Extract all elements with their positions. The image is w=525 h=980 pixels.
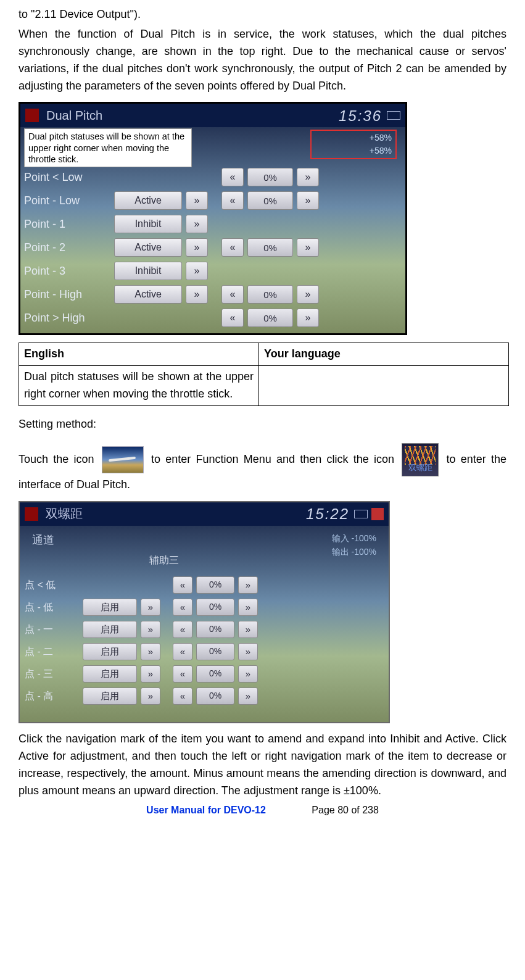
decrease-button[interactable]: « xyxy=(173,643,192,660)
page-footer: User Manual for DEVO-12 Page 80 of 238 xyxy=(19,803,506,818)
th-your-language: Your language xyxy=(259,343,509,366)
dual-pitch-icon-label: 双螺距 xyxy=(402,462,438,474)
expand-button[interactable]: » xyxy=(141,599,160,616)
increase-button[interactable]: » xyxy=(238,599,258,616)
function-menu-icon[interactable] xyxy=(102,446,144,473)
increase-button[interactable]: » xyxy=(297,309,319,327)
expand-button[interactable]: » xyxy=(141,687,160,705)
row-label: Point - High xyxy=(24,286,110,304)
increase-button[interactable]: » xyxy=(297,238,319,257)
row-4: Point - 3 Inhibit » xyxy=(24,259,399,283)
decrease-button[interactable]: « xyxy=(173,621,192,638)
expand-button[interactable]: » xyxy=(141,643,160,660)
row-label: 点 < 低 xyxy=(25,578,79,593)
decrease-button[interactable]: « xyxy=(173,576,192,594)
expand-button[interactable]: » xyxy=(186,262,208,280)
status-line-2: +58% xyxy=(370,144,392,158)
td-your-language-text xyxy=(259,366,509,406)
row-3: Point - 2 Active » « 0% » xyxy=(24,236,399,259)
expand-button[interactable]: » xyxy=(186,285,208,304)
setting-method-heading: Setting method: xyxy=(19,416,506,433)
expand-button[interactable]: » xyxy=(141,665,160,683)
sub-value: 辅助三 xyxy=(149,553,179,568)
th-english: English xyxy=(19,343,259,366)
battery-icon xyxy=(387,111,400,120)
touch-text-1: Touch the icon xyxy=(19,453,94,465)
row-1: 点 - 低 启用 » « 0% » xyxy=(25,596,382,618)
footer-manual-name: User Manual for DEVO-12 xyxy=(146,805,266,815)
callout-text: Dual pitch statuses will be shown at the… xyxy=(24,128,192,167)
expand-button[interactable]: » xyxy=(186,215,208,233)
state-button[interactable]: 启用 xyxy=(83,687,137,705)
increase-button[interactable]: » xyxy=(297,285,319,304)
intro-paragraph: When the function of Dual Pitch is in se… xyxy=(19,26,506,95)
status-line-2: 输出 -100% xyxy=(332,546,376,559)
state-button[interactable]: 启用 xyxy=(83,599,137,616)
decrease-button[interactable]: « xyxy=(221,168,244,186)
increase-button[interactable]: » xyxy=(238,687,258,705)
increase-button[interactable]: » xyxy=(297,191,319,210)
translation-table: English Your language Dual pitch statuse… xyxy=(19,343,509,406)
exit-icon[interactable] xyxy=(371,508,384,520)
expand-button[interactable]: » xyxy=(186,238,208,257)
value: 0% xyxy=(196,643,234,660)
expand-button[interactable]: » xyxy=(141,621,160,638)
state-button[interactable]: 启用 xyxy=(83,643,137,660)
row-2: 点 - 一 启用 » « 0% » xyxy=(25,618,382,641)
decrease-button[interactable]: « xyxy=(221,309,244,327)
screen-title: Dual Pitch xyxy=(46,106,102,125)
titlebar: 双螺距 15:22 xyxy=(20,502,389,526)
row-label: Point - 2 xyxy=(24,239,110,257)
row-0: Point < Low « 0% » xyxy=(24,165,399,189)
row-label: Point < Low xyxy=(24,169,110,186)
touch-text-2: to enter Function Menu and then click th… xyxy=(151,453,394,465)
decrease-button[interactable]: « xyxy=(173,599,192,616)
back-icon[interactable] xyxy=(25,507,38,521)
value: 0% xyxy=(247,191,293,210)
row-2: Point - 1 Inhibit » xyxy=(24,212,399,236)
decrease-button[interactable]: « xyxy=(221,285,244,304)
clock: 15:22 xyxy=(306,502,349,525)
row-5: 点 - 高 启用 » « 0% » xyxy=(25,685,382,707)
value: 0% xyxy=(196,665,234,683)
dual-pitch-icon[interactable]: 双螺距 xyxy=(402,443,439,476)
state-button[interactable]: Active xyxy=(114,238,182,257)
state-button[interactable]: Inhibit xyxy=(114,262,182,280)
decrease-button[interactable]: « xyxy=(221,238,244,257)
state-button[interactable]: Active xyxy=(114,285,182,304)
status-line-1: 输入 -100% xyxy=(332,532,376,546)
row-label: 点 - 二 xyxy=(25,644,79,660)
value: 0% xyxy=(247,238,293,257)
state-button[interactable]: 启用 xyxy=(83,665,137,683)
state-button[interactable]: Active xyxy=(114,191,182,210)
state-button[interactable]: 启用 xyxy=(83,621,137,638)
increase-button[interactable]: » xyxy=(297,168,319,186)
row-label: 点 - 低 xyxy=(25,600,79,615)
expand-button[interactable]: » xyxy=(186,191,208,210)
value: 0% xyxy=(196,687,234,705)
row-4: 点 - 三 启用 » « 0% » xyxy=(25,663,382,685)
row-5: Point - High Active » « 0% » xyxy=(24,283,399,306)
increase-button[interactable]: » xyxy=(238,576,258,594)
value: 0% xyxy=(196,599,234,616)
increase-button[interactable]: » xyxy=(238,665,258,683)
status-line-1: +58% xyxy=(370,131,392,145)
value: 0% xyxy=(196,576,234,594)
decrease-button[interactable]: « xyxy=(173,687,192,705)
clock: 15:36 xyxy=(339,104,382,127)
decrease-button[interactable]: « xyxy=(221,191,244,210)
battery-icon xyxy=(354,510,368,518)
rows: Point < Low « 0% » Point - Low Active » … xyxy=(24,165,399,330)
value: 0% xyxy=(247,168,293,186)
increase-button[interactable]: » xyxy=(238,643,258,660)
row-1: Point - Low Active » « 0% » xyxy=(24,189,399,212)
state-button[interactable]: Inhibit xyxy=(114,215,182,233)
row-3: 点 - 二 启用 » « 0% » xyxy=(25,641,382,663)
screenshot-dual-pitch-en: Dual Pitch 15:36 Dual pitch statuses wil… xyxy=(19,102,407,335)
value: 0% xyxy=(196,621,234,638)
row-label: Point - 1 xyxy=(24,216,110,233)
increase-button[interactable]: » xyxy=(238,621,258,638)
value: 0% xyxy=(247,309,293,327)
back-icon[interactable] xyxy=(25,109,39,122)
decrease-button[interactable]: « xyxy=(173,665,192,683)
